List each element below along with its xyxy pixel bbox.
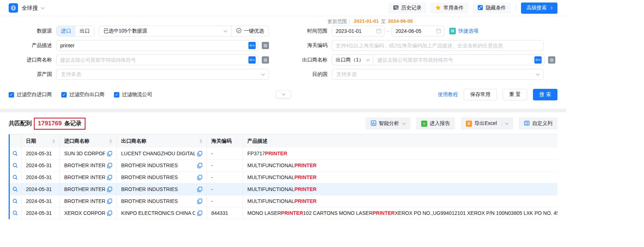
search-button[interactable]: 搜 索 — [533, 89, 557, 100]
importer-input[interactable] — [56, 55, 258, 65]
exporter-input[interactable] — [373, 55, 544, 65]
row-importer[interactable]: BROTHER INTERN — [60, 195, 117, 207]
copy-icon[interactable] — [107, 187, 112, 192]
row-exporter[interactable]: BROTHER INDUSTRIES — [117, 195, 207, 207]
copy-icon[interactable] — [107, 199, 112, 204]
row-detail-cell[interactable] — [9, 148, 22, 159]
app: 全球搜 历史记录 常用条件 隐藏条件 高级搜索 更新 — [0, 0, 566, 219]
magnifier-icon[interactable] — [12, 210, 18, 216]
importer-label: 进口商名称 — [9, 57, 56, 63]
exporter-type-select[interactable]: 出口商（1） — [332, 55, 373, 65]
one-click-optimize-button[interactable]: 一键优选 — [231, 26, 269, 36]
row-description: FP3717 PRINTER — [243, 148, 557, 159]
row-description: MONO LASER PRINTER 102 CARTONS MONO LASE… — [243, 207, 557, 219]
copy-icon[interactable] — [197, 151, 202, 156]
export-excel-label: 导出Excel — [475, 120, 497, 127]
data-source-select[interactable]: 已选中105个数据源 — [99, 26, 231, 36]
tab-export[interactable]: 出口 — [75, 26, 94, 36]
magnifier-icon[interactable] — [12, 186, 18, 192]
filter-logistics-checkbox[interactable]: ✓ 过滤物流公司 — [114, 91, 152, 98]
table-row[interactable]: 2024-05-31XEROX CORPORAKINPO ELECTRONICS… — [9, 207, 557, 219]
magnifier-icon[interactable] — [12, 174, 18, 180]
row-exporter[interactable]: BROTHER INDUSTRIES — [117, 183, 207, 195]
table-row[interactable]: 2024-05-31SUN 3D CORPORLUCENT CHANGZHOU … — [9, 148, 557, 160]
product-desc-input[interactable] — [56, 40, 258, 51]
row-exporter[interactable]: BROTHER INDUSTRIES — [117, 172, 207, 183]
favorite-conditions-button[interactable]: 常用条件 — [431, 3, 468, 14]
checkbox-checked-icon: ✓ — [9, 92, 14, 98]
row-detail-cell[interactable] — [9, 207, 22, 219]
search-column-header — [9, 134, 22, 148]
row-importer[interactable]: BROTHER INTERN — [60, 183, 117, 195]
calendar-icon[interactable] — [436, 28, 441, 35]
row-detail-cell[interactable] — [9, 195, 22, 207]
tab-import[interactable]: 进口 — [57, 26, 75, 36]
fuzzy-match-icon[interactable]: ⊜ — [548, 56, 555, 64]
copy-icon[interactable] — [107, 175, 112, 180]
copy-icon[interactable] — [197, 163, 202, 168]
row-exporter[interactable]: BROTHER INDUSTRIES — [117, 160, 207, 171]
copy-icon[interactable] — [107, 211, 112, 216]
update-range-to-word: 至 — [381, 18, 386, 25]
chevron-down-icon — [41, 5, 45, 9]
results-count: 共匹配到 1791769 条记录 — [9, 118, 85, 130]
fuzzy-match-icon[interactable]: ⊜ — [262, 42, 269, 49]
calendar-icon[interactable] — [376, 28, 381, 35]
table-row[interactable]: 2024-05-31BROTHER INTERNBROTHER INDUSTRI… — [9, 172, 557, 183]
origin-country-select[interactable]: 支持多选 — [56, 69, 269, 80]
row-description: MULTIFUNCTIONAL PRINTER — [243, 195, 557, 207]
copy-icon[interactable] — [107, 151, 112, 156]
dest-country-select[interactable]: 支持多选 — [332, 69, 544, 80]
row-exporter[interactable]: LUCENT CHANGZHOU DIGITAL — [117, 148, 207, 159]
analysis-icon — [371, 120, 376, 127]
table-row[interactable]: 2024-05-31BROTHER INTERNBROTHER INDUSTRI… — [9, 160, 557, 172]
fuzzy-match-icon[interactable]: ⊜ — [262, 56, 269, 64]
advanced-search-button[interactable]: 高级搜索 — [521, 3, 557, 14]
copy-icon[interactable] — [197, 187, 202, 192]
hs-code-input[interactable] — [332, 40, 544, 51]
row-detail-cell[interactable] — [9, 183, 22, 195]
filter-blank-exporter-checkbox[interactable]: ✓ 过滤空白出口商 — [61, 91, 105, 98]
copy-icon[interactable] — [197, 175, 202, 180]
row-exporter[interactable]: KINPO ELECTRONICS CHINA CO — [117, 207, 207, 219]
row-importer[interactable]: BROTHER INTERN — [60, 160, 117, 171]
filter-blank-importer-checkbox[interactable]: ✓ 过滤空白进口商 — [9, 91, 52, 98]
customize-columns-button[interactable]: 自定义列 — [519, 117, 557, 130]
table-row[interactable]: 2024-05-31BROTHER INTERNBROTHER INDUSTRI… — [9, 183, 557, 195]
tutorial-link[interactable]: 使用教程 — [438, 91, 458, 98]
row-importer[interactable]: BROTHER INTERN — [60, 172, 117, 183]
checkbox-checked-icon: ✓ — [61, 92, 67, 98]
copy-icon[interactable] — [197, 199, 202, 204]
translate-icon[interactable]: 中A — [248, 56, 256, 64]
expand-conditions-button[interactable] — [276, 90, 291, 98]
magnifier-icon[interactable] — [12, 162, 18, 168]
hide-conditions-button[interactable]: 隐藏条件 — [473, 3, 511, 14]
sort-control[interactable] — [197, 139, 202, 143]
app-switcher[interactable]: 全球搜 — [9, 3, 44, 13]
column-label: 日期 — [26, 138, 36, 144]
sort-control[interactable] — [49, 139, 55, 143]
history-button[interactable]: 历史记录 — [388, 3, 426, 14]
row-detail-cell[interactable] — [9, 172, 22, 183]
table-row[interactable]: 2024-05-31BROTHER INTERNBROTHER INDUSTRI… — [9, 195, 557, 207]
dest-country-label: 目的国 — [278, 71, 332, 78]
export-excel-button[interactable]: X 导出Excel — [461, 117, 513, 130]
sort-control[interactable] — [106, 139, 112, 143]
dest-country-placeholder: 支持多选 — [336, 71, 357, 78]
row-importer[interactable]: SUN 3D CORPOR — [60, 148, 117, 159]
row-importer[interactable]: XEROX CORPORA — [60, 207, 117, 219]
enter-report-button[interactable]: ≡ 进入报告 — [416, 117, 455, 130]
smart-analysis-label: 智能分析 — [379, 120, 399, 127]
save-favorite-button[interactable]: 保存常用 — [464, 89, 497, 100]
smart-analysis-button[interactable]: 智能分析 — [366, 117, 410, 130]
reset-button[interactable]: 重 置 — [503, 89, 527, 100]
magnifier-icon[interactable] — [12, 151, 18, 156]
copy-icon[interactable] — [107, 163, 112, 168]
translate-icon[interactable]: 中A — [248, 42, 256, 49]
quick-options-link[interactable]: ⌘ 快捷选项 — [449, 28, 478, 34]
chevron-down-icon[interactable] — [505, 121, 509, 125]
row-detail-cell[interactable] — [9, 160, 22, 171]
translate-icon[interactable]: 中A — [534, 56, 542, 64]
magnifier-icon[interactable] — [12, 198, 18, 204]
copy-icon[interactable] — [197, 211, 202, 216]
